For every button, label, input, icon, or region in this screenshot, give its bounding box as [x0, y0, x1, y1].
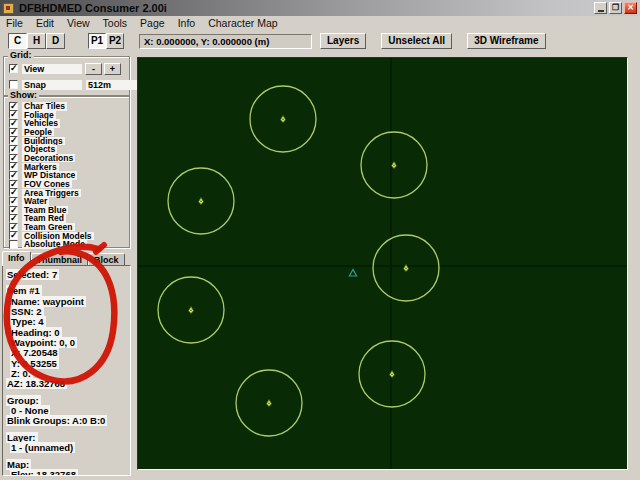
- menu-item[interactable]: Character Map: [208, 17, 277, 29]
- menu-item[interactable]: Page: [140, 17, 165, 29]
- grid-group-label: Grid:: [8, 51, 34, 60]
- waypoint-dot: [282, 119, 284, 121]
- show-label: Absolute Mode: [22, 240, 87, 248]
- toolbar-action-button[interactable]: Layers: [320, 33, 366, 49]
- grid-minus-button[interactable]: -: [85, 63, 102, 75]
- grid-view-label: View: [22, 64, 82, 74]
- menu-item[interactable]: File: [6, 17, 23, 29]
- show-group-label: Show:: [8, 91, 39, 100]
- left-panel: Grid: ✓ View - + ✓ Snap 512m Show: ✓ Cha…: [0, 52, 134, 480]
- toolbar: C H D P1 P2 X: 0.000000, Y: 0.000000 (m)…: [0, 30, 640, 52]
- close-button-icon[interactable]: [624, 2, 637, 14]
- menu-item[interactable]: View: [67, 17, 90, 29]
- show-checkbox[interactable]: ✓: [9, 240, 18, 249]
- waypoint-dot: [268, 403, 270, 405]
- show-toggle-row: ✓ Absolute Mode: [9, 240, 126, 249]
- info-panel: Selected: 7 Item #1 Name: waypoint SSN: …: [2, 265, 131, 476]
- menu-bar: File Edit View Tools Page Info Character…: [0, 16, 640, 30]
- toolbar-action-button[interactable]: Unselect All: [381, 33, 452, 49]
- waypoint-dot: [393, 165, 395, 167]
- info-line: Elev: 18.32768: [6, 470, 127, 476]
- minimize-button-icon[interactable]: [594, 2, 607, 14]
- waypoint-dot: [190, 310, 192, 312]
- page-button-p1[interactable]: P1: [88, 33, 106, 49]
- grid-snap-label: Snap: [22, 80, 82, 90]
- toolbar-action-button[interactable]: 3D Wireframe: [467, 33, 545, 49]
- menu-item[interactable]: Edit: [36, 17, 54, 29]
- waypoint-dot: [405, 268, 407, 270]
- map-canvas: [138, 58, 627, 469]
- mode-button-c[interactable]: C: [8, 33, 27, 49]
- tab-info[interactable]: Info: [2, 251, 31, 266]
- menu-item[interactable]: Tools: [103, 17, 128, 29]
- map-background[interactable]: [138, 58, 627, 469]
- panel-tabs: Info Thumbnail Block: [2, 251, 125, 266]
- window-title: DFBHDMED Consumer 2.00i: [19, 2, 167, 14]
- info-line: 1 - (unnamed): [6, 443, 127, 453]
- info-line: Blink Groups: A:0 B:0: [6, 416, 127, 426]
- info-line: AZ: 18.32768: [6, 379, 127, 389]
- mode-button-h[interactable]: H: [27, 33, 46, 49]
- waypoint-dot: [391, 374, 393, 376]
- app-window: DFBHDMED Consumer 2.00i File Edit View T…: [0, 0, 640, 480]
- grid-snap-checkbox[interactable]: ✓: [9, 80, 18, 89]
- map-viewport[interactable]: [137, 57, 628, 470]
- title-bar: DFBHDMED Consumer 2.00i: [0, 0, 640, 16]
- show-checkbox[interactable]: ✓: [9, 231, 18, 240]
- show-groupbox: Show: ✓ Char Tiles ✓ Foliage ✓ Vehicles: [3, 96, 130, 248]
- waypoint-dot: [200, 201, 202, 203]
- info-line: Selected: 7: [6, 270, 127, 280]
- menu-item[interactable]: Info: [178, 17, 196, 29]
- cursor-coordinates: X: 0.000000, Y: 0.000000 (m): [139, 34, 312, 49]
- restore-button-icon[interactable]: [609, 2, 622, 14]
- grid-view-checkbox[interactable]: ✓: [9, 64, 18, 73]
- grid-plus-button[interactable]: +: [104, 63, 121, 75]
- mode-button-d[interactable]: D: [46, 33, 65, 49]
- page-button-p2[interactable]: P2: [106, 33, 124, 49]
- app-icon: [3, 3, 14, 14]
